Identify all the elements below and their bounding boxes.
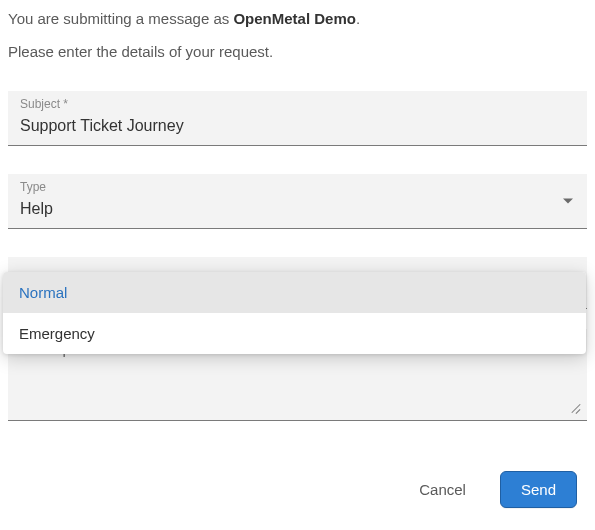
priority-dropdown-panel[interactable]: Normal Emergency (3, 272, 586, 354)
priority-option-emergency[interactable]: Emergency (3, 313, 586, 354)
subject-field[interactable]: Subject * (8, 91, 587, 146)
submit-as-suffix: . (356, 10, 360, 27)
type-field[interactable]: Type Help (8, 174, 587, 229)
actions-bar: Cancel Send (419, 471, 577, 508)
type-label: Type (20, 180, 575, 196)
cancel-button[interactable]: Cancel (419, 481, 466, 498)
type-value: Help (20, 196, 575, 220)
submit-as-line: You are submitting a message as OpenMeta… (8, 8, 587, 31)
submit-as-user: OpenMetal Demo (233, 10, 356, 27)
chevron-down-icon (563, 198, 573, 203)
subject-label: Subject * (20, 97, 575, 113)
send-button[interactable]: Send (500, 471, 577, 508)
submit-as-prefix: You are submitting a message as (8, 10, 233, 27)
priority-option-normal[interactable]: Normal (3, 272, 586, 313)
resize-handle-icon[interactable] (567, 400, 581, 414)
subject-input[interactable] (20, 113, 575, 137)
prompt-line: Please enter the details of your request… (8, 41, 587, 64)
